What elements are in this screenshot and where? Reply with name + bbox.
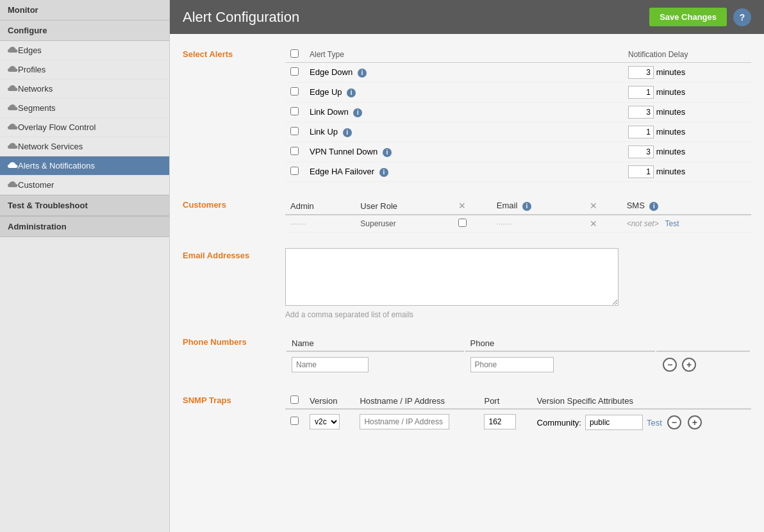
port-input[interactable] (484, 414, 516, 429)
version-col-header: Version (304, 393, 354, 409)
edge-up-unit: minutes (656, 87, 686, 97)
vpn-delay-input[interactable] (628, 145, 654, 158)
page-title: Alert Configuration (183, 9, 299, 26)
snmp-select-all[interactable] (290, 395, 299, 404)
user-role-x-btn[interactable]: ✕ (458, 201, 466, 211)
snmp-traps-content: Version Hostname / IP Address Port Versi… (285, 393, 751, 433)
select-all-checkbox[interactable] (290, 49, 299, 58)
port-col-header: Port (479, 393, 531, 409)
sidebar-item-edges[interactable]: Edges (0, 41, 169, 60)
name-input[interactable] (292, 357, 369, 372)
link-up-unit: minutes (656, 127, 686, 137)
table-row: Edge Up i minutes (285, 83, 751, 103)
cloud-icon-active (8, 162, 18, 170)
customer-email-x-btn[interactable]: ✕ (590, 219, 597, 229)
email-x-btn[interactable]: ✕ (590, 201, 597, 211)
version-select[interactable]: v2c v1 v3 (310, 414, 340, 429)
sidebar-configure-header: Configure (0, 21, 169, 41)
phone-numbers-section: Phone Numbers Name Phone (183, 335, 751, 378)
link-up-checkbox[interactable] (290, 127, 299, 135)
edge-up-checkbox[interactable] (290, 87, 299, 96)
email-info-icon[interactable]: i (522, 202, 531, 211)
edge-ha-checkbox[interactable] (290, 167, 299, 175)
sidebar-item-customer[interactable]: Customer (0, 176, 169, 195)
customer-row-checkbox[interactable] (458, 219, 467, 227)
sidebar-item-profiles[interactable]: Profiles (0, 60, 169, 79)
edge-up-info-icon[interactable]: i (347, 88, 356, 97)
link-down-info-icon[interactable]: i (353, 108, 362, 117)
phone-numbers-label: Phone Numbers (183, 335, 285, 378)
sidebar-item-segments-label: Segments (18, 103, 56, 113)
snmp-row-checkbox[interactable] (290, 417, 299, 425)
link-down-delay-input[interactable] (628, 106, 654, 119)
sidebar-item-profiles-label: Profiles (18, 65, 46, 74)
link-up-label: Link Up i (304, 122, 623, 142)
sidebar-item-customer-label: Customer (18, 180, 54, 190)
email-addresses-section: Email Addresses Add a comma separated li… (183, 248, 751, 319)
email-hint: Add a comma separated list of emails (285, 310, 751, 319)
sidebar-item-networks[interactable]: Networks (0, 79, 169, 99)
sms-info-icon[interactable]: i (649, 202, 658, 211)
edge-up-label: Edge Up i (304, 83, 623, 103)
vpn-tunnel-down-checkbox[interactable] (290, 147, 299, 155)
save-button[interactable]: Save Changes (649, 8, 727, 26)
sms-test-link[interactable]: Test (665, 219, 679, 228)
snmp-traps-label: SNMP Traps (183, 393, 285, 433)
phone-input[interactable] (470, 357, 554, 372)
vpn-info-icon[interactable]: i (383, 148, 392, 157)
email-addresses-label: Email Addresses (183, 248, 285, 319)
select-alerts-label: Select Alerts (183, 47, 285, 182)
alerts-table: Alert Type Notification Delay Edge Down … (285, 47, 751, 182)
link-up-info-icon[interactable]: i (343, 128, 352, 137)
snmp-test-link[interactable]: Test (647, 418, 662, 428)
phone-numbers-content: Name Phone − + (285, 335, 751, 378)
link-down-checkbox[interactable] (290, 107, 299, 115)
sidebar: Monitor Configure Edges Profiles Network… (0, 0, 170, 532)
add-phone-button[interactable]: + (682, 358, 696, 372)
edge-ha-delay-input[interactable] (628, 165, 654, 178)
sidebar-item-overlay-label: Overlay Flow Control (18, 122, 96, 132)
community-input[interactable] (585, 415, 643, 430)
phone-col-header: Phone (465, 336, 656, 352)
sidebar-item-alerts[interactable]: Alerts & Notifications (0, 156, 169, 176)
email-addresses-content: Add a comma separated list of emails (285, 248, 751, 319)
table-row: v2c v1 v3 Community: Test (285, 409, 751, 433)
name-col-header: Name (286, 336, 464, 352)
edge-up-delay-input[interactable] (628, 86, 654, 99)
snmp-table: Version Hostname / IP Address Port Versi… (285, 393, 751, 433)
cloud-icon (8, 47, 18, 54)
cloud-icon (8, 124, 18, 131)
sidebar-test-troubleshoot-header[interactable]: Test & Troubleshoot (0, 195, 169, 216)
remove-snmp-button[interactable]: − (667, 415, 681, 429)
customers-label: Customers (183, 197, 285, 233)
edge-down-checkbox[interactable] (290, 67, 299, 76)
sidebar-item-edges-label: Edges (18, 46, 42, 55)
sidebar-monitor-header: Monitor (0, 0, 169, 21)
help-button[interactable]: ? (733, 8, 751, 26)
sidebar-item-alerts-label: Alerts & Notifications (18, 161, 95, 170)
cloud-icon (8, 143, 18, 151)
customers-section: Customers Admin User Role ✕ Email i ✕ SM… (183, 197, 751, 233)
add-snmp-button[interactable]: + (688, 415, 702, 429)
table-row: − + (286, 353, 750, 376)
sidebar-item-segments[interactable]: Segments (0, 99, 169, 118)
link-down-unit: minutes (656, 107, 686, 117)
sidebar-item-network-services[interactable]: Network Services (0, 137, 169, 156)
edge-ha-info-icon[interactable]: i (379, 168, 388, 177)
hostname-input[interactable] (360, 414, 449, 429)
sidebar-item-overlay-flow[interactable]: Overlay Flow Control (0, 118, 169, 137)
sidebar-administration-header[interactable]: Administration (0, 216, 169, 237)
link-up-delay-input[interactable] (628, 126, 654, 138)
email-col-header: Email i (492, 197, 585, 215)
select-alerts-content: Alert Type Notification Delay Edge Down … (285, 47, 751, 182)
email-textarea[interactable] (285, 248, 619, 306)
vpn-unit: minutes (656, 147, 686, 156)
edge-down-delay-input[interactable] (628, 66, 654, 79)
remove-phone-button[interactable]: − (663, 358, 677, 372)
header-actions: Save Changes ? (649, 8, 751, 26)
admin-cell: ········ (285, 215, 355, 233)
cloud-icon (8, 66, 18, 74)
community-label: Community: (537, 418, 581, 428)
edge-down-info-icon[interactable]: i (358, 69, 367, 78)
edge-down-label: Edge Down i (304, 63, 623, 83)
